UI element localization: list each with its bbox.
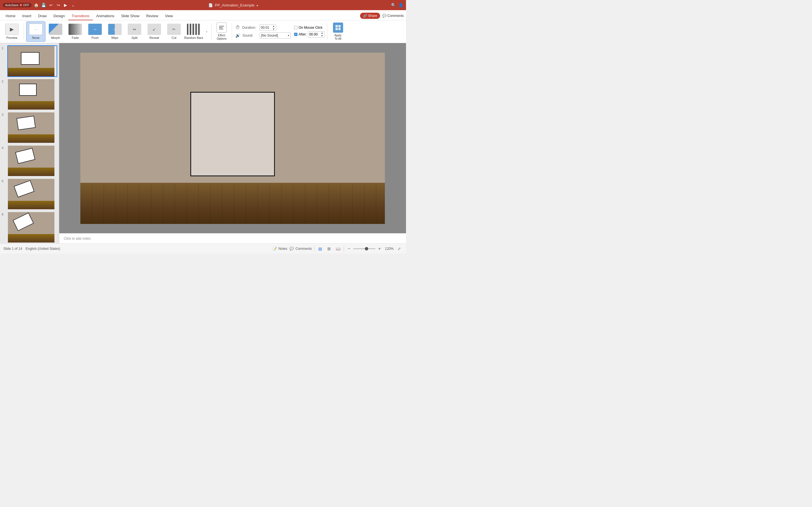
tab-home[interactable]: Home bbox=[2, 12, 19, 20]
after-up[interactable]: ▲ bbox=[321, 32, 323, 34]
undo-icon[interactable]: ↩ bbox=[49, 3, 54, 8]
reading-view-button[interactable]: 📖 bbox=[335, 245, 342, 252]
share-button[interactable]: 🔗 Share bbox=[360, 13, 380, 19]
duration-spinner[interactable]: ▲ ▼ bbox=[272, 25, 275, 31]
slide-view[interactable] bbox=[59, 43, 406, 233]
sep-4 bbox=[327, 23, 327, 40]
tab-insert[interactable]: Insert bbox=[19, 12, 35, 20]
autosave-badge[interactable]: AutoSave OFF bbox=[3, 3, 32, 7]
transition-random-bars[interactable]: Random Bars bbox=[184, 21, 203, 42]
transition-morph[interactable]: Morph bbox=[46, 21, 65, 42]
slide-canvas-3 bbox=[8, 112, 54, 143]
random-bars-icon bbox=[187, 24, 200, 35]
ribbon-scroll-right[interactable]: › bbox=[204, 21, 209, 42]
zoom-thumb[interactable] bbox=[365, 247, 368, 250]
transition-cut[interactable]: ✂ Cut bbox=[164, 21, 184, 42]
tab-view[interactable]: View bbox=[161, 12, 176, 20]
notes-bar[interactable]: Click to add notes bbox=[59, 233, 406, 243]
after-input[interactable]: 00.00 ▲ ▼ bbox=[308, 31, 325, 38]
slide-sorter-button[interactable]: ⊞ bbox=[326, 245, 333, 252]
slide-preview-4[interactable] bbox=[7, 145, 57, 177]
slide-canvas-1 bbox=[8, 46, 54, 76]
home-icon[interactable]: 🏠 bbox=[34, 3, 39, 8]
save-icon[interactable]: 💾 bbox=[41, 3, 46, 8]
zoom-out-button[interactable]: − bbox=[346, 246, 352, 251]
normal-view-button[interactable]: ▤ bbox=[317, 245, 323, 252]
redo-icon[interactable]: ↪ bbox=[56, 3, 61, 8]
transition-split[interactable]: ⇔ Split bbox=[125, 21, 144, 42]
slide-thumb-5[interactable]: 5 bbox=[2, 178, 57, 210]
tab-animations[interactable]: Animations bbox=[93, 12, 117, 20]
duration-row: ⏱ Duration: 00.01 ▲ ▼ bbox=[236, 24, 291, 31]
slide-preview-5[interactable] bbox=[7, 178, 57, 210]
dropdown-icon[interactable]: ▾ bbox=[257, 4, 258, 7]
slide-preview-6[interactable] bbox=[7, 212, 57, 243]
effect-options-icon bbox=[216, 22, 227, 33]
more-icon[interactable]: ⌄ bbox=[70, 3, 75, 8]
slide-preview-2[interactable] bbox=[7, 78, 57, 110]
slide-thumb-2[interactable]: 2 bbox=[2, 78, 57, 110]
status-sep-2 bbox=[344, 246, 344, 251]
tab-slideshow[interactable]: Slide Show bbox=[117, 12, 143, 20]
titlebar: AutoSave OFF 🏠 💾 ↩ ↪ ▶ ⌄ 📄 PP_Animation_… bbox=[0, 0, 406, 10]
preview-button[interactable]: ▶ Preview bbox=[2, 21, 21, 42]
duration-up[interactable]: ▲ bbox=[272, 25, 275, 27]
titlebar-right: 🔍 👤 bbox=[391, 3, 403, 8]
status-right: 📝 Notes 💬 Comments ▤ ⊞ 📖 − + 120% ⤢ bbox=[273, 245, 403, 252]
preview-label: Preview bbox=[6, 36, 17, 40]
comments-button[interactable]: 💬 Comments bbox=[382, 14, 404, 18]
slide-thumb-4[interactable]: 4 bbox=[2, 145, 57, 177]
apply-all-button[interactable]: ApplyTo All bbox=[329, 21, 347, 42]
cut-icon: ✂ bbox=[167, 24, 181, 35]
tab-review[interactable]: Review bbox=[143, 12, 161, 20]
transition-reveal[interactable]: ↙ Reveal bbox=[145, 21, 164, 42]
notes-button[interactable]: 📝 Notes bbox=[273, 247, 287, 251]
zoom-track bbox=[353, 248, 375, 249]
sep-3 bbox=[232, 23, 232, 40]
svg-rect-1 bbox=[219, 27, 222, 28]
sound-dropdown-icon: ▾ bbox=[288, 34, 289, 37]
autosave-state: OFF bbox=[23, 3, 29, 7]
tab-draw[interactable]: Draw bbox=[35, 12, 50, 20]
on-mouse-click-checkbox[interactable] bbox=[294, 26, 297, 29]
present-icon[interactable]: ▶ bbox=[63, 3, 68, 8]
sound-select[interactable]: [No Sound] ▾ bbox=[260, 33, 291, 39]
after-down[interactable]: ▼ bbox=[321, 34, 323, 37]
slide-thumb-6[interactable]: 6 bbox=[2, 212, 57, 243]
slide-box-3 bbox=[16, 116, 36, 130]
slide-num-4: 4 bbox=[2, 146, 6, 150]
canvas-area: Click to add notes bbox=[59, 43, 406, 243]
duration-input[interactable]: 00.01 ▲ ▼ bbox=[259, 24, 276, 31]
after-checkbox[interactable]: ✓ bbox=[294, 33, 297, 36]
transition-wipe[interactable]: ← Wipe bbox=[105, 21, 124, 42]
slide-info: Slide 1 of 14 bbox=[3, 247, 22, 251]
transition-fade[interactable]: Fade bbox=[66, 21, 85, 42]
fade-icon bbox=[68, 24, 82, 35]
slide-panel[interactable]: 1 2 3 bbox=[0, 43, 59, 243]
sound-row: 🔊 Sound: [No Sound] ▾ bbox=[236, 33, 291, 39]
fit-slide-button[interactable]: ⤢ bbox=[396, 245, 403, 252]
after-spinner[interactable]: ▲ ▼ bbox=[321, 32, 323, 37]
notes-placeholder: Click to add notes bbox=[64, 237, 91, 240]
slide-preview-3[interactable] bbox=[7, 112, 57, 144]
fade-label: Fade bbox=[71, 36, 79, 40]
notes-icon: 📝 bbox=[273, 247, 277, 251]
slide-thumb-1[interactable]: 1 bbox=[2, 45, 57, 77]
zoom-in-button[interactable]: + bbox=[377, 246, 382, 251]
slide-preview-1[interactable] bbox=[7, 45, 57, 77]
duration-down[interactable]: ▼ bbox=[272, 27, 275, 31]
comments-status-button[interactable]: 💬 Comments bbox=[290, 247, 312, 251]
slide-thumb-3[interactable]: 3 bbox=[2, 112, 57, 144]
slide-floor-3 bbox=[8, 134, 54, 143]
statusbar: Slide 1 of 14 English (United States) 📝 … bbox=[0, 243, 406, 253]
tab-design[interactable]: Design bbox=[50, 12, 68, 20]
transition-group: — None Morph Fade → Push ← Wip bbox=[26, 21, 203, 42]
main-slide bbox=[80, 53, 385, 224]
transition-push[interactable]: → Push bbox=[86, 21, 105, 42]
effect-options-button[interactable]: EffectOptions bbox=[214, 21, 230, 42]
status-left: Slide 1 of 14 English (United States) bbox=[3, 247, 60, 251]
transition-none[interactable]: — None bbox=[26, 21, 45, 42]
tab-transitions[interactable]: Transitions bbox=[68, 12, 93, 20]
account-icon[interactable]: 👤 bbox=[398, 3, 403, 8]
search-icon[interactable]: 🔍 bbox=[391, 3, 396, 8]
